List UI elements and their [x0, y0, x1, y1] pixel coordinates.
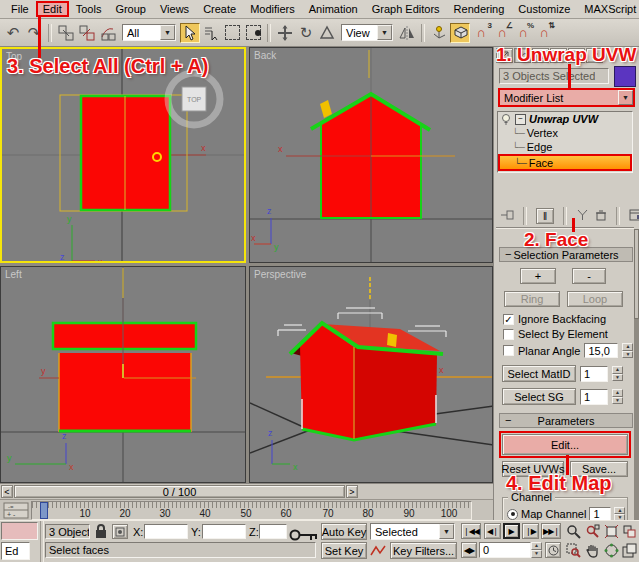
current-frame-field[interactable]: 0 — [479, 542, 531, 558]
frame-spinner[interactable]: ▲▼ — [531, 542, 542, 558]
bind-to-space-warp-icon[interactable] — [98, 23, 118, 43]
go-to-start-icon[interactable]: ❘◀◀ — [461, 523, 481, 539]
crossing-selection-icon[interactable] — [243, 23, 263, 43]
time-slider-handle[interactable]: 0 / 100 — [14, 485, 345, 498]
select-and-rotate-icon[interactable]: ↻ — [296, 23, 316, 43]
dropdown-arrow-icon[interactable]: ▼ — [618, 90, 633, 105]
viewport-perspective[interactable]: Perspective — [249, 266, 493, 483]
undo-icon[interactable]: ↶ — [3, 23, 23, 43]
mirror-icon[interactable] — [397, 23, 417, 43]
menu-tools[interactable]: Tools — [69, 1, 109, 17]
menu-maxscript[interactable]: MAXScript — [577, 1, 639, 17]
configure-modifier-sets-icon[interactable] — [629, 209, 639, 223]
track-bar-ruler[interactable]: 0 10 20 30 40 50 60 70 80 90 100 — [31, 501, 472, 520]
select-and-scale-icon[interactable] — [317, 23, 337, 43]
time-configuration-icon[interactable] — [545, 542, 561, 558]
matid-field[interactable]: 1 — [580, 366, 608, 382]
pan-view-icon[interactable] — [585, 543, 600, 560]
modifier-list-dropdown[interactable]: Modifier List ▼ — [498, 88, 635, 107]
key-filters-button[interactable]: Key Filters... — [390, 542, 457, 559]
menu-views[interactable]: Views — [153, 1, 196, 17]
top-viewport-canvas[interactable]: x TOP y z x — [2, 49, 246, 263]
next-frame-arrow[interactable]: > — [346, 485, 358, 498]
collapse-icon[interactable]: − — [515, 114, 526, 125]
loop-button[interactable]: Loop — [567, 291, 623, 307]
play-animation-icon[interactable]: ▶ — [503, 523, 520, 539]
planar-angle-checkbox[interactable] — [503, 345, 514, 356]
unlink-selection-icon[interactable] — [77, 23, 97, 43]
select-object-icon[interactable] — [180, 23, 200, 43]
reference-coordinate-dropdown[interactable]: View▼ — [341, 24, 393, 41]
stack-row-edge[interactable]: └─ Edge — [498, 140, 632, 154]
y-coordinate-field[interactable] — [202, 524, 246, 539]
make-unique-icon[interactable] — [576, 209, 589, 223]
ignore-backfacing-checkbox[interactable]: ✓ — [503, 314, 514, 325]
ring-button[interactable]: Ring — [504, 291, 560, 307]
auto-key-button[interactable]: Auto Key — [321, 523, 367, 540]
default-in-out-tangent-icon[interactable] — [370, 544, 386, 559]
spinner-snap-icon[interactable]: ∩⇅ — [534, 23, 554, 43]
panel-scrollbar-thumb[interactable] — [634, 229, 639, 319]
select-sg-button[interactable]: Select SG — [502, 388, 576, 405]
back-viewport-canvas[interactable]: x z x y — [250, 48, 493, 263]
shrink-selection-button[interactable]: - — [572, 268, 606, 284]
dropdown-arrow-icon[interactable]: ▼ — [377, 25, 392, 40]
object-color-swatch[interactable] — [614, 66, 636, 87]
menu-file[interactable]: File — [4, 1, 36, 17]
zoom-all-icon[interactable] — [585, 524, 600, 541]
selection-lock-icon[interactable] — [94, 524, 108, 541]
matid-spinner[interactable]: ▲▼ — [612, 366, 623, 381]
absolute-offset-toggle-icon[interactable] — [112, 524, 128, 539]
planar-angle-field[interactable]: 15,0 — [584, 343, 618, 358]
map-channel-spinner[interactable]: ▲▼ — [614, 507, 625, 520]
show-end-result-icon[interactable]: ‖ — [536, 208, 554, 224]
percent-snap-icon[interactable]: ∩% — [513, 23, 533, 43]
object-name-field[interactable]: 3 Objects Selected — [499, 68, 609, 84]
angle-snap-icon[interactable]: ∩∠ — [492, 23, 512, 43]
stack-row-vertex[interactable]: └─ Vertex — [498, 126, 632, 140]
zoom-extents-icon[interactable] — [604, 524, 619, 541]
current-frame-marker[interactable] — [40, 502, 48, 519]
snap-3d-icon[interactable]: ∩3 — [471, 23, 491, 43]
menu-edit[interactable]: Edit — [36, 1, 69, 17]
select-and-move-icon[interactable] — [275, 23, 295, 43]
pin-stack-icon[interactable] — [500, 209, 514, 223]
set-key-button[interactable]: Set Key — [321, 542, 367, 559]
menu-create[interactable]: Create — [196, 1, 243, 17]
maxscript-macro-recorder[interactable] — [1, 522, 38, 540]
menu-rendering[interactable]: Rendering — [447, 1, 512, 17]
rectangular-selection-region-icon[interactable] — [222, 23, 242, 43]
selection-filter-dropdown[interactable]: All▼ — [122, 24, 176, 41]
key-mode-toggle-icon[interactable]: ◀▶ — [461, 542, 477, 558]
map-channel-field[interactable]: 1 — [589, 507, 611, 520]
previous-frame-arrow[interactable]: < — [1, 485, 13, 498]
viewport-back[interactable]: Back x z x y — [249, 47, 493, 263]
menu-group[interactable]: Group — [108, 1, 153, 17]
mini-curve-editor-icon[interactable]: -=+ - — [3, 502, 29, 521]
menu-animation[interactable]: Animation — [302, 1, 365, 17]
maxscript-listener[interactable]: Ed — [1, 542, 30, 560]
map-channel-radio[interactable] — [507, 509, 518, 520]
previous-frame-icon[interactable]: ◀❘ — [484, 523, 501, 539]
zoom-extents-all-icon[interactable] — [622, 524, 637, 541]
select-matid-button[interactable]: Select MatID — [502, 365, 576, 382]
region-zoom-icon[interactable] — [566, 543, 581, 560]
zoom-icon[interactable] — [566, 524, 581, 541]
panel-scrollbar[interactable] — [634, 229, 639, 520]
x-coordinate-field[interactable] — [144, 524, 188, 539]
left-viewport-canvas[interactable]: y z y x — [1, 267, 246, 483]
arc-rotate-icon[interactable] — [604, 543, 619, 560]
select-and-manipulate-icon[interactable] — [429, 23, 449, 43]
lightbulb-icon[interactable] — [500, 113, 512, 125]
select-and-link-icon[interactable] — [56, 23, 76, 43]
menu-graph-editors[interactable]: Graph Editors — [365, 1, 447, 17]
dropdown-arrow-icon[interactable]: ▼ — [160, 25, 175, 40]
planar-angle-spinner[interactable]: ▲▼ — [622, 343, 633, 358]
select-by-name-icon[interactable] — [201, 23, 221, 43]
sg-spinner[interactable]: ▲▼ — [612, 389, 623, 404]
next-frame-icon[interactable]: ❘▶ — [522, 523, 539, 539]
grow-selection-button[interactable]: + — [520, 268, 556, 284]
parameters-header[interactable]: − Parameters — [499, 413, 633, 428]
maximize-viewport-toggle-icon[interactable] — [622, 543, 637, 560]
snaps-toggle-icon[interactable] — [450, 23, 470, 43]
